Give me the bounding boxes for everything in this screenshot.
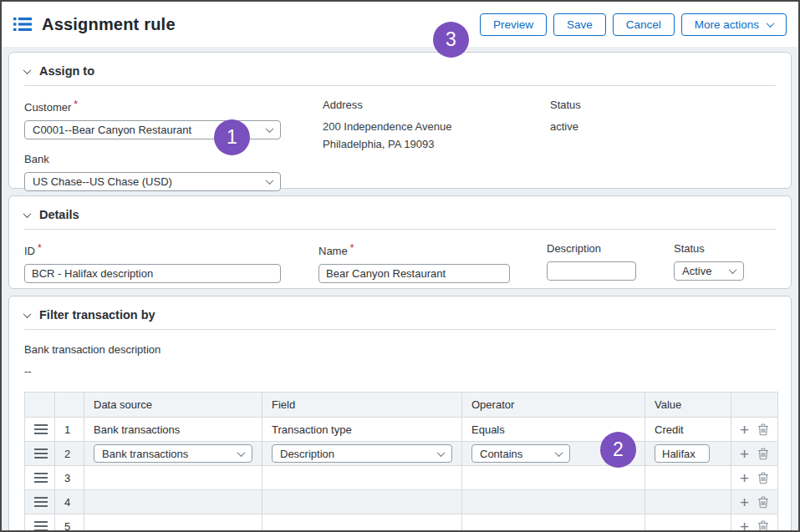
description-input[interactable] [547,261,636,281]
field-select[interactable]: Description [272,444,452,463]
data-source-cell: Bank transactions [84,418,262,442]
table-header-row: Data source Field Operator Value [25,393,778,418]
status-label: Status [550,99,581,111]
details-header: Details [24,196,776,230]
section-title: Filter transaction by [39,308,155,322]
operator-cell [462,466,645,490]
id-input[interactable] [24,264,281,283]
form-body: Assign to Customer* C0001--Bear Canyon R… [2,47,798,532]
annotation-step-1: 1 [214,119,250,155]
field-cell [262,514,462,532]
required-asterisk: * [74,99,78,110]
page-title: Assignment rule [42,15,176,34]
field-select-value: Description [280,448,334,460]
delete-row-icon[interactable] [757,472,769,484]
operator-select-value: Contains [480,448,522,460]
details-section: Details ID* Name* Description [8,195,792,289]
required-asterisk: * [350,242,354,254]
data-source-select[interactable]: Bank transactions [94,444,252,463]
column-header-operator: Operator [462,393,645,418]
collapse-chevron-icon[interactable] [23,66,32,74]
name-label: Name* [318,242,510,257]
actions-column-header [731,393,778,418]
details-status-value: Active [682,265,711,277]
list-icon[interactable] [13,17,32,32]
filter-section: Filter transaction by Bank transaction d… [8,296,792,532]
table-row: 3 + [25,466,778,490]
row-number: 3 [55,466,84,490]
data-source-cell [84,466,262,490]
top-bar: Assignment rule Preview Save Cancel More… [2,2,798,47]
bank-label: Bank [24,153,281,165]
drag-handle[interactable] [34,521,48,531]
delete-row-icon[interactable] [757,448,769,460]
assign-to-section: Assign to Customer* C0001--Bear Canyon R… [8,52,792,189]
field-cell: Transaction type [262,418,462,442]
preview-button[interactable]: Preview [480,13,547,36]
operator-select[interactable]: Contains [471,444,570,463]
cancel-button[interactable]: Cancel [613,13,675,36]
drag-handle[interactable] [34,473,48,483]
value-cell [645,514,731,532]
row-number: 4 [55,490,84,514]
table-row: 4 + [25,490,778,514]
address-line1: 200 Independence Avenue [323,118,540,135]
add-row-icon[interactable]: + [740,446,749,462]
id-label: ID* [24,242,281,257]
filter-header: Filter transaction by [24,296,776,330]
assignment-rule-page: Assignment rule Preview Save Cancel More… [0,0,800,532]
chevron-down-icon [266,124,274,133]
customer-select-value: C0001--Bear Canyon Restaurant [33,124,191,136]
add-row-icon[interactable]: + [740,494,749,510]
collapse-chevron-icon[interactable] [23,210,32,218]
bank-select[interactable]: US Chase--US Chase (USD) [24,172,281,191]
add-row-icon[interactable]: + [740,470,749,486]
value-cell [645,466,731,490]
chevron-down-icon [729,266,737,274]
row-number: 1 [55,418,84,442]
row-number-column-header [55,393,84,418]
table-row: 2 Bank transactions Description [25,442,778,466]
bank-transaction-description-value: -- [24,362,776,380]
data-source-cell [84,490,262,514]
field-cell [262,466,462,490]
value-input[interactable] [655,444,710,463]
status-value: active [550,118,581,135]
add-row-icon[interactable]: + [740,519,749,532]
address-line2: Philadelphia, PA 19093 [323,135,540,153]
add-row-icon[interactable]: + [740,422,749,438]
column-header-field: Field [262,393,462,418]
handle-column-header [25,393,55,418]
table-row: 5 + [25,514,778,532]
chevron-down-icon [237,448,246,457]
value-cell [645,490,731,514]
section-title: Details [39,208,79,221]
delete-row-icon[interactable] [757,496,769,509]
address-label: Address [323,99,540,111]
chevron-down-icon [555,448,563,457]
drag-handle[interactable] [34,424,48,434]
data-source-select-value: Bank transactions [102,448,188,460]
details-status-label: Status [674,242,744,255]
table-row: 1 Bank transactions Transaction type Equ… [25,418,778,442]
filter-conditions-table: Data source Field Operator Value 1 Bank … [24,392,778,532]
drag-handle[interactable] [34,448,48,459]
collapse-chevron-icon[interactable] [23,310,32,318]
column-header-data-source: Data source [84,393,262,418]
data-source-cell [84,514,262,532]
chevron-down-icon [266,176,274,185]
annotation-step-3: 3 [433,22,469,58]
delete-row-icon[interactable] [757,520,769,532]
more-actions-button[interactable]: More actions [681,13,787,36]
more-actions-label: More actions [695,18,759,31]
column-header-value: Value [645,393,731,418]
chevron-down-icon [437,448,446,457]
row-number: 2 [55,442,84,466]
delete-row-icon[interactable] [757,423,769,436]
details-status-select[interactable]: Active [674,261,744,281]
drag-handle[interactable] [34,497,48,507]
annotation-step-2: 2 [600,432,636,468]
save-button[interactable]: Save [553,13,606,36]
bank-select-value: US Chase--US Chase (USD) [33,175,172,188]
name-input[interactable] [318,264,510,283]
